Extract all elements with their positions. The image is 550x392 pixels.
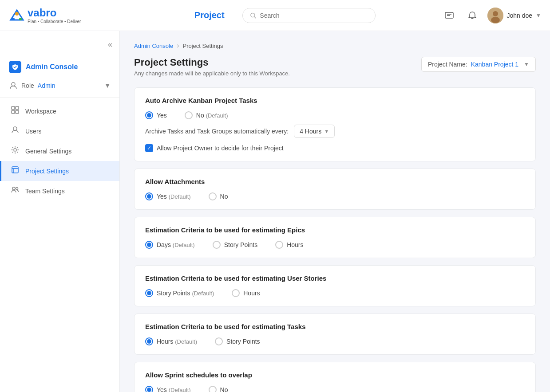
nav-center: Project [129,8,441,23]
sidebar-item-label-general-settings: General Settings [25,148,71,155]
messages-button[interactable] [441,8,457,24]
sidebar-item-users[interactable]: Users [0,121,119,141]
sidebar-item-project-settings[interactable]: Project Settings [0,161,119,181]
radio-stories-hours-label: Hours [243,290,260,297]
card-estimation-tasks: Estimation Criteria to be used for estim… [134,314,536,355]
radio-sprint-yes[interactable]: Yes (Default) [145,386,191,392]
radio-row-auto-archive: Yes No (Default) [145,111,525,119]
project-settings-icon [10,165,20,176]
svg-point-18 [14,149,16,151]
logo-text: vabro [28,7,56,19]
sidebar-item-team-settings[interactable]: Team Settings [0,181,119,201]
svg-point-2 [12,18,15,20]
svg-rect-14 [16,106,19,110]
radio-tasks-hours-circle [145,337,153,345]
radio-epics-sp-label: Story Points [224,241,257,248]
svg-point-12 [12,82,15,86]
card-allow-attachments: Allow Attachments Yes (Default) No [134,169,536,210]
radio-row-tasks: Hours (Default) Story Points [145,337,525,345]
project-name-selector[interactable]: Project Name: Kanban Project 1 ▼ [421,57,536,72]
checkbox-label: Allow Project Owner to decide for their … [157,145,284,152]
project-name-label: Project Name: [428,61,467,68]
radio-yes-circle [145,111,153,119]
radio-no-circle [185,111,193,119]
radio-yes[interactable]: Yes [145,111,167,119]
interval-value: 4 Hours [300,128,321,135]
archive-interval-label: Archive Tasks and Task Groups automatica… [145,128,289,135]
radio-tasks-sp-circle [215,337,223,345]
radio-att-yes[interactable]: Yes (Default) [145,192,191,200]
user-name: John doe [507,12,533,19]
radio-sprint-yes-label: Yes (Default) [157,386,191,392]
svg-rect-19 [12,167,18,173]
radio-tasks-hours[interactable]: Hours (Default) [145,337,197,345]
collapse-button[interactable]: « [108,40,112,49]
svg-point-23 [16,188,18,190]
card-allow-attachments-title: Allow Attachments [145,178,525,185]
breadcrumb: Admin Console › Project Settings [134,42,536,50]
sidebar-item-workspace[interactable]: Workspace [0,101,119,121]
page-title: Project Settings [134,57,290,68]
team-settings-icon [10,185,20,196]
search-icon [250,12,257,19]
svg-point-10 [493,11,498,16]
nav-right: John doe ▼ [441,8,542,24]
radio-no-label: No (Default) [196,112,228,119]
radio-sprint-no-circle [209,386,217,392]
radio-row-attachments: Yes (Default) No [145,192,525,200]
radio-stories-hours[interactable]: Hours [232,289,260,297]
radio-att-no-circle [209,192,217,200]
radio-epics-days-label: Days (Default) [157,241,195,248]
messages-icon [444,11,454,20]
svg-point-11 [491,17,500,23]
breadcrumb-current: Project Settings [182,43,223,49]
search-box[interactable] [242,8,376,23]
role-dropdown-icon[interactable]: ▼ [104,82,111,89]
sidebar-item-label-project-settings: Project Settings [25,168,69,175]
admin-console-label: Admin Console [26,63,78,71]
search-input[interactable] [260,12,368,19]
radio-att-no[interactable]: No [209,192,228,200]
sidebar-divider [0,97,119,98]
logo-icon [9,8,25,24]
logo-area: vabro Plan • Collaborate • Deliver [9,7,129,24]
radio-epics-hours[interactable]: Hours [275,241,303,249]
interval-dropdown[interactable]: 4 Hours ▼ [294,125,335,138]
admin-shield-icon [9,61,21,73]
radio-epics-hours-label: Hours [287,241,303,248]
card-estimation-epics-title: Estimation Criteria to be used for estim… [145,226,525,234]
radio-sprint-no[interactable]: No [209,386,228,392]
radio-epics-sp-circle [213,241,221,249]
page-header: Project Settings Any changes made will b… [134,57,536,77]
radio-tasks-sp[interactable]: Story Points [215,337,260,345]
svg-point-1 [15,12,19,16]
radio-tasks-sp-label: Story Points [226,338,260,345]
nav-title: Project [194,10,225,20]
radio-epics-sp[interactable]: Story Points [213,241,257,249]
archive-interval-row: Archive Tasks and Task Groups automatica… [145,125,525,138]
role-icon [9,81,18,90]
radio-epics-hours-circle [275,241,283,249]
radio-epics-days[interactable]: Days (Default) [145,241,195,249]
radio-stories-sp[interactable]: Story Points (Default) [145,289,214,297]
radio-tasks-hours-label: Hours (Default) [157,338,197,345]
breadcrumb-parent[interactable]: Admin Console [134,43,173,49]
breadcrumb-separator: › [177,42,179,50]
users-icon [10,125,20,137]
role-label: Role [21,82,34,89]
project-name-value: Kanban Project 1 [471,61,518,68]
radio-no[interactable]: No (Default) [185,111,228,119]
sidebar-item-general-settings[interactable]: General Settings [0,141,119,161]
user-area[interactable]: John doe ▼ [487,8,542,24]
card-estimation-epics: Estimation Criteria to be used for estim… [134,217,536,258]
notifications-button[interactable] [464,8,480,24]
card-estimation-stories-title: Estimation Criteria to be used for estim… [145,274,525,282]
card-auto-archive: Auto Archive Kanban Project Tasks Yes No… [134,87,536,161]
checkbox-project-owner[interactable]: ✓ Allow Project Owner to decide for thei… [145,144,525,152]
svg-point-22 [12,187,15,190]
radio-stories-sp-circle [145,289,153,297]
radio-att-no-label: No [220,193,228,200]
radio-stories-hours-circle [232,289,240,297]
card-sprint-overlap-title: Allow Sprint schedules to overlap [145,371,525,379]
role-row: Role Admin ▼ [0,78,119,94]
